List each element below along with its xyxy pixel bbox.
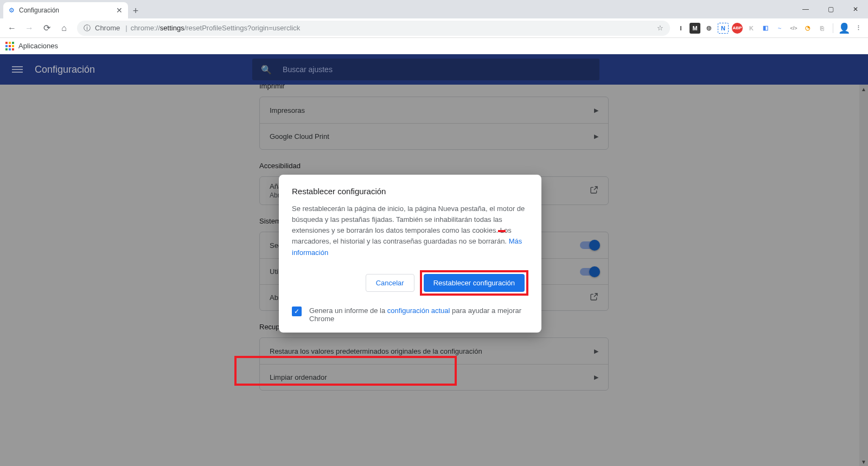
ext-icon-abp[interactable]: ABP <box>732 23 743 34</box>
apps-label[interactable]: Aplicaciones <box>18 42 58 50</box>
back-button[interactable]: ← <box>4 21 20 36</box>
ext-icon[interactable]: M <box>690 23 700 34</box>
tab-close-icon[interactable]: ✕ <box>116 6 123 15</box>
browser-menu-icon[interactable]: ⋮ <box>853 23 864 34</box>
browser-toolbar: ← → ⟳ ⌂ ⓘ Chrome | chrome://settings/res… <box>0 18 868 38</box>
ext-icon[interactable]: K <box>746 23 757 34</box>
gear-icon: ⚙ <box>9 7 15 14</box>
reload-button[interactable]: ⟳ <box>39 21 54 36</box>
extension-icons: I M ◍ N ABP K ◧ ~ </> ◔ ⎘ 👤 ⋮ <box>675 23 864 34</box>
minimize-button[interactable]: — <box>793 0 818 18</box>
ext-icon[interactable]: ◔ <box>802 23 813 34</box>
site-info-icon[interactable]: ⓘ <box>84 23 91 33</box>
confirm-reset-button[interactable]: Restablecer configuración <box>424 274 525 292</box>
window-close-button[interactable]: ✕ <box>843 0 868 18</box>
settings-page: Configuración 🔍 Imprimir Impresoras ▶ Go… <box>0 54 868 466</box>
window-controls: — ▢ ✕ <box>793 0 868 18</box>
omnibox-url: chrome://settings/resetProfileSettings?o… <box>131 24 301 32</box>
home-button[interactable]: ⌂ <box>56 21 72 36</box>
current-config-link[interactable]: configuración actual <box>387 307 450 315</box>
modal-backdrop-header <box>0 54 868 85</box>
ext-icon[interactable]: ⎘ <box>816 23 827 34</box>
maximize-button[interactable]: ▢ <box>818 0 843 18</box>
ext-icon[interactable]: </> <box>788 23 799 34</box>
annotation-highlight-button: Restablecer configuración <box>420 270 528 296</box>
tab-title: Configuración <box>19 7 59 14</box>
dialog-body: Se restablecerán la página de inicio, la… <box>292 203 528 258</box>
report-checkbox[interactable]: ✓ <box>292 307 302 316</box>
bookmark-star-icon[interactable]: ☆ <box>657 24 663 32</box>
omnibox[interactable]: ⓘ Chrome | chrome://settings/resetProfil… <box>77 21 670 36</box>
tab-strip: ⚙ Configuración ✕ + — ▢ ✕ <box>0 0 868 18</box>
ext-icon[interactable]: ~ <box>774 23 785 34</box>
ext-icon[interactable]: ◍ <box>704 23 714 34</box>
apps-grid-icon[interactable] <box>5 42 14 50</box>
browser-tab[interactable]: ⚙ Configuración ✕ <box>3 2 128 18</box>
ext-icon[interactable]: I <box>675 23 686 34</box>
forward-button[interactable]: → <box>22 21 37 36</box>
cancel-button[interactable]: Cancelar <box>366 274 414 292</box>
bookmarks-bar: Aplicaciones <box>0 38 868 54</box>
ext-icon[interactable]: ◧ <box>760 23 771 34</box>
new-tab-button[interactable]: + <box>128 3 143 18</box>
ext-icon[interactable]: N <box>718 23 729 34</box>
dialog-title: Restablecer configuración <box>292 187 528 196</box>
annotation-mark <box>498 230 506 232</box>
reset-dialog: Restablecer configuración Se restablecer… <box>279 175 541 333</box>
report-label: Genera un informe de la configuración ac… <box>309 307 528 323</box>
profile-avatar-icon[interactable]: 👤 <box>839 23 850 34</box>
omnibox-origin-label: Chrome <box>95 24 120 32</box>
